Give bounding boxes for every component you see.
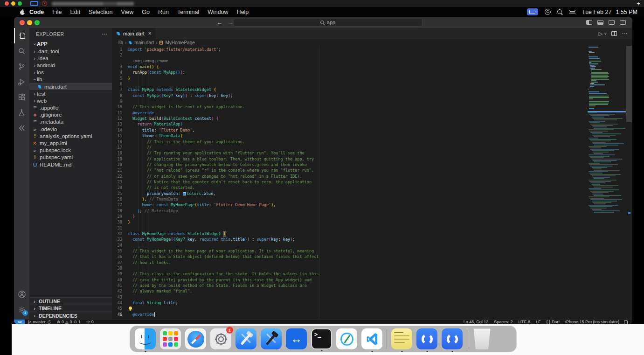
breadcrumb-lib[interactable]: lib [118,40,123,45]
dock-stickies-icon[interactable] [391,328,412,349]
code-line-27[interactable]: 27 home: const MyHomePage(title: 'Flutte… [112,202,588,208]
notifications-bell-icon[interactable] [624,320,628,324]
encoding[interactable]: UTF-8 [515,320,533,324]
explorer-more-actions-icon[interactable]: ⋯ [102,31,107,37]
code-line-42[interactable]: 42 // always marked "final". [112,288,588,294]
dock-launchpad-icon[interactable] [160,328,181,349]
menu-terminal[interactable]: Terminal [173,9,203,15]
breadcrumb[interactable]: lib › main.dart › MyHomePage [112,39,632,46]
share-close-button[interactable] [5,1,9,6]
add-session-button[interactable]: + [637,0,640,7]
tree-item-lib[interactable]: ›lib [29,76,112,83]
run-debug-icon[interactable] [14,74,29,90]
tree-item-web[interactable]: ›web [29,97,112,104]
dock-trash-icon[interactable] [471,328,492,349]
tree-item--dart-tool[interactable]: ›.dart_tool [29,48,112,55]
toggle-panel-icon[interactable] [597,20,603,25]
indentation[interactable]: Spaces: 2 [491,320,515,324]
code-line-8[interactable]: 8 const MyApp({Key? key}) : super(key: k… [112,93,588,98]
code-lens[interactable]: Run | Debug | Profile [112,58,588,64]
tab-main-dart[interactable]: main.dart × [112,28,156,39]
code-line-14[interactable]: 14 title: 'Flutter Demo', [112,127,588,133]
code-line-21[interactable]: 21 // "hot reload" (press "r" in the con… [112,167,588,173]
code-line-33[interactable]: 33 const MyHomePage({Key? key, required … [112,237,588,242]
customize-layout-icon[interactable] [620,20,626,25]
screen-mirroring-menu-icon[interactable] [527,8,538,15]
code-editor[interactable]: 1import 'package:flutter/material.dart';… [112,46,632,319]
tree-item-ios[interactable]: ›ios [29,69,112,76]
code-line-1[interactable]: 1import 'package:flutter/material.dart'; [112,47,588,52]
menu-code[interactable]: Code [25,9,48,15]
tree-item-pubspec-yaml[interactable]: !pubspec.yaml [29,154,112,161]
extensions-icon[interactable] [14,90,29,105]
menu-go[interactable]: Go [138,9,154,15]
window-minimize-button[interactable] [27,20,32,25]
code-line-9[interactable]: 9 [112,98,588,104]
dock-teamviewer-icon[interactable]: ↔ [286,328,307,349]
source-control-icon[interactable] [14,59,29,74]
menu-run[interactable]: Run [154,9,173,15]
section-dependencies[interactable]: ›DEPENDENCIES [29,312,112,319]
tree-item--odevio[interactable]: .odevio [29,125,112,132]
section-timeline[interactable]: ›TIMELINE [29,305,112,312]
code-line-31[interactable]: 31 [112,225,588,231]
dock-safari-icon[interactable] [185,328,206,349]
cursor-position[interactable]: Ln 46, Col 12 [461,320,492,324]
settings-gear-icon[interactable]: 1 [14,302,29,317]
sync-icon[interactable] [47,320,51,324]
code-line-20[interactable]: 20 // changing the primarySwatch below t… [112,162,588,167]
code-line-41[interactable]: 41 // used by the build method of the St… [112,283,588,288]
code-line-11[interactable]: 11 @override [112,110,588,116]
tree-item--gitignore[interactable]: ◆.gitignore [29,111,112,118]
code-line-19[interactable]: 19 // application has a blue toolbar. Th… [112,156,588,162]
editor-scrollbar[interactable] [626,46,632,319]
testing-icon[interactable] [14,105,29,120]
tree-item--idea[interactable]: ›.idea [29,55,112,62]
code-line-10[interactable]: 10 // This widget is the root of your ap… [112,104,588,110]
share-zoom-button[interactable] [18,1,22,6]
eol-mode[interactable]: LF [533,320,544,324]
problems-indicator[interactable]: ⊗0 △0 ⊙1 [54,320,83,324]
share-minimize-button[interactable] [11,1,15,6]
code-line-4[interactable]: 4 runApp(const MyApp()); [112,70,588,75]
menu-window[interactable]: Window [203,9,232,15]
dock-app-icon[interactable] [416,328,437,349]
code-line-6[interactable]: 6 [112,81,588,87]
breadcrumb-main-dart[interactable]: main.dart [134,40,154,45]
menu-view[interactable]: View [117,9,138,15]
code-line-15[interactable]: 15 theme: ThemeData( [112,133,588,139]
run-dropdown-chevron-icon[interactable]: ∨ [604,32,607,36]
tree-item-test[interactable]: ›test [29,90,112,97]
device-selector[interactable]: iPhone 15 Pro (ios simulator) [562,320,622,324]
code-line-16[interactable]: 16 // This is the theme of your applicat… [112,139,588,145]
dock-system-settings-icon[interactable]: 1 [210,328,231,349]
toggle-sidebar-icon[interactable] [586,20,592,25]
dock-terminal-icon[interactable]: >_ [311,328,332,349]
color-swatch[interactable] [183,192,186,195]
explorer-root-folder[interactable]: › APP [29,40,112,48]
vscode-title-bar[interactable]: ← → app [14,17,632,28]
code-line-23[interactable]: 23 // Notice that the counter didn't res… [112,179,588,185]
code-line-46[interactable]: 46 @override [112,312,588,317]
apple-menu-icon[interactable] [20,9,25,15]
lightbulb-icon[interactable] [129,306,132,310]
run-file-icon[interactable]: ▷ [599,31,602,37]
editor-more-actions-icon[interactable]: ⋯ [622,30,628,37]
remote-indicator[interactable]: >< [14,320,25,324]
tree-item--appollo[interactable]: .appollo [29,104,112,111]
code-line-37[interactable]: 37 // how it looks. [112,260,588,265]
code-line-29[interactable]: 29 } [112,214,588,219]
code-line-43[interactable]: 43 [112,294,588,300]
window-close-button[interactable] [20,20,25,25]
section-outline[interactable]: ›OUTLINE [29,297,112,305]
dock-finder-icon[interactable] [135,328,156,349]
code-line-2[interactable]: 2 [112,52,588,58]
minimap[interactable] [589,47,625,319]
search-icon[interactable] [14,43,29,59]
code-line-40[interactable]: 40 // case the title) provided by the pa… [112,277,588,283]
code-line-45[interactable]: 45 [112,306,588,311]
tree-item-pubspec-lock[interactable]: pubspec.lock [29,147,112,154]
ports-indicator[interactable]: 0 [83,320,97,324]
code-line-34[interactable]: 34 [112,243,588,248]
tree-item-main-dart[interactable]: main.dart [29,83,112,90]
